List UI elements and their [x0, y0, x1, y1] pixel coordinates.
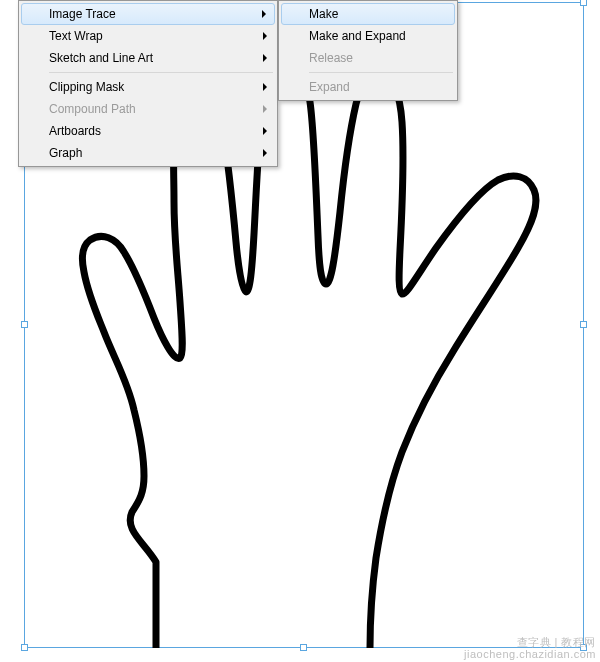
submenu-arrow-icon [263, 127, 267, 135]
menu-item-label: Expand [309, 80, 350, 94]
menu-item-label: Clipping Mask [49, 80, 124, 94]
menu-item-label: Graph [49, 146, 82, 160]
submenu-arrow-icon [263, 54, 267, 62]
context-menu-image-trace-submenu[interactable]: Make Make and Expand Release Expand [278, 0, 458, 101]
submenu-item-release: Release [281, 47, 455, 69]
menu-separator [49, 72, 273, 73]
menu-item-clipping-mask[interactable]: Clipping Mask [21, 76, 275, 98]
menu-separator [309, 72, 453, 73]
context-menu-main[interactable]: Image Trace Text Wrap Sketch and Line Ar… [18, 0, 278, 167]
menu-item-label: Release [309, 51, 353, 65]
submenu-arrow-icon [262, 10, 266, 18]
menu-item-label: Image Trace [49, 7, 116, 21]
menu-item-image-trace[interactable]: Image Trace [21, 3, 275, 25]
menu-item-text-wrap[interactable]: Text Wrap [21, 25, 275, 47]
menu-item-label: Sketch and Line Art [49, 51, 153, 65]
menu-item-label: Artboards [49, 124, 101, 138]
submenu-item-make[interactable]: Make [281, 3, 455, 25]
menu-item-graph[interactable]: Graph [21, 142, 275, 164]
menu-item-label: Compound Path [49, 102, 136, 116]
menu-item-artboards[interactable]: Artboards [21, 120, 275, 142]
submenu-arrow-icon [263, 32, 267, 40]
menu-item-compound-path: Compound Path [21, 98, 275, 120]
submenu-arrow-icon [263, 149, 267, 157]
watermark-line-2: jiaocheng.chazidian.com [464, 648, 596, 660]
menu-item-sketch-and-line-art[interactable]: Sketch and Line Art [21, 47, 275, 69]
menu-item-label: Make [309, 7, 338, 21]
submenu-arrow-icon [263, 83, 267, 91]
submenu-item-expand: Expand [281, 76, 455, 98]
submenu-item-make-and-expand[interactable]: Make and Expand [281, 25, 455, 47]
menu-item-label: Make and Expand [309, 29, 406, 43]
submenu-arrow-icon [263, 105, 267, 113]
menu-item-label: Text Wrap [49, 29, 103, 43]
